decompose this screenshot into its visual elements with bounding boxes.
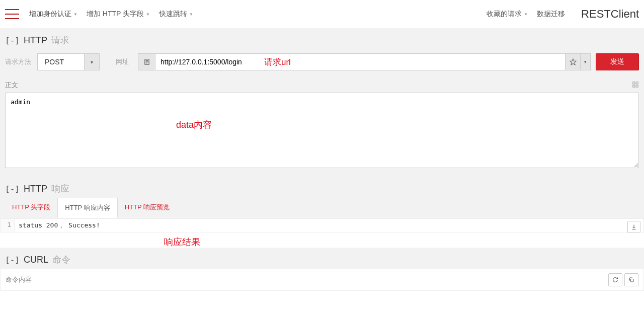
svg-rect-5	[633, 82, 635, 84]
curl-label: 命令内容	[6, 275, 606, 284]
top-navbar: 增加身份认证 ▼ 增加 HTTP 头字段 ▼ 快速跳转 ▼ 收藏的请求 ▼ 数据…	[0, 0, 644, 28]
nav-fav-label: 收藏的请求	[487, 10, 522, 19]
response-body: 1 status 200， Success! 响应结果	[0, 218, 644, 232]
nav-jump[interactable]: 快速跳转 ▼	[159, 10, 193, 19]
grid-icon[interactable]	[632, 81, 639, 90]
curl-sub: 命令	[52, 254, 70, 266]
line-number: 1	[1, 219, 15, 232]
request-toggle[interactable]: [-]	[5, 36, 20, 45]
response-section: [-] HTTP 响应 HTTP 头字段 HTTP 响应内容 HTTP 响应预览	[0, 177, 644, 218]
curl-header: [-] CURL 命令	[5, 254, 639, 266]
body-textarea[interactable]	[5, 93, 639, 168]
request-line: 请求方法 POST ▾ 网址 请求url ▾ 发送	[5, 53, 639, 70]
tab-preview[interactable]: HTTP 响应预览	[118, 198, 177, 218]
body-wrapper: data内容	[5, 93, 639, 170]
favorite-button[interactable]	[565, 54, 580, 70]
request-sub: 请求	[51, 34, 69, 46]
nav-headers-label: 增加 HTTP 头字段	[87, 10, 144, 19]
response-title: HTTP	[24, 184, 47, 194]
request-header: [-] HTTP 请求	[5, 34, 639, 46]
brand-title: RESTClient	[581, 8, 639, 21]
chevron-down-icon: ▼	[524, 12, 528, 17]
response-toggle[interactable]: [-]	[5, 184, 20, 194]
nav-jump-label: 快速跳转	[159, 10, 187, 19]
menu-icon[interactable]	[5, 9, 19, 19]
method-label: 请求方法	[5, 57, 31, 66]
nav-migrate-label: 数据迁移	[537, 10, 565, 19]
chevron-down-icon: ▼	[189, 12, 193, 17]
nav-headers[interactable]: 增加 HTTP 头字段 ▼	[87, 10, 150, 19]
download-button[interactable]	[627, 221, 640, 233]
body-label-row: 正文	[5, 81, 639, 90]
nav-auth-label: 增加身份认证	[29, 10, 71, 19]
response-sub: 响应	[51, 183, 69, 195]
url-group: 请求url ▾	[138, 53, 591, 70]
curl-section: [-] CURL 命令	[0, 248, 644, 269]
annotation-response: 响应结果	[164, 236, 200, 248]
send-button[interactable]: 发送	[596, 53, 639, 70]
request-section: [-] HTTP 请求 请求方法 POST ▾ 网址 请求url ▾ 发送	[0, 28, 644, 76]
method-select-group: POST ▾	[37, 53, 100, 70]
document-icon[interactable]	[138, 54, 155, 70]
url-input[interactable]	[155, 54, 565, 70]
svg-rect-8	[636, 85, 638, 87]
nav-fav[interactable]: 收藏的请求 ▼	[487, 10, 528, 19]
response-text: status 200， Success!	[15, 219, 643, 232]
svg-rect-7	[633, 85, 635, 87]
response-tabs: HTTP 头字段 HTTP 响应内容 HTTP 响应预览	[5, 198, 639, 218]
refresh-button[interactable]	[608, 273, 622, 286]
curl-title: CURL	[24, 255, 48, 265]
svg-rect-9	[631, 279, 634, 282]
chevron-down-icon: ▼	[146, 12, 150, 17]
method-select[interactable]: POST	[38, 54, 84, 70]
svg-rect-6	[636, 82, 638, 84]
tab-content[interactable]: HTTP 响应内容	[57, 198, 117, 218]
curl-row: 命令内容	[0, 269, 644, 291]
request-title: HTTP	[24, 35, 47, 46]
curl-toggle[interactable]: [-]	[5, 255, 20, 265]
svg-marker-4	[570, 59, 576, 65]
code-row: 1 status 200， Success!	[1, 219, 643, 232]
chevron-down-icon: ▼	[73, 12, 77, 17]
response-header: [-] HTTP 响应	[5, 183, 639, 195]
copy-button[interactable]	[624, 273, 638, 286]
body-section: 正文 data内容	[0, 76, 644, 177]
url-label: 网址	[116, 57, 129, 66]
method-caret[interactable]: ▾	[84, 54, 99, 70]
tab-headers[interactable]: HTTP 头字段	[5, 198, 57, 218]
body-label: 正文	[5, 81, 18, 90]
nav-auth[interactable]: 增加身份认证 ▼	[29, 10, 77, 19]
favorite-caret[interactable]: ▾	[580, 54, 590, 70]
nav-migrate[interactable]: 数据迁移	[537, 10, 565, 19]
